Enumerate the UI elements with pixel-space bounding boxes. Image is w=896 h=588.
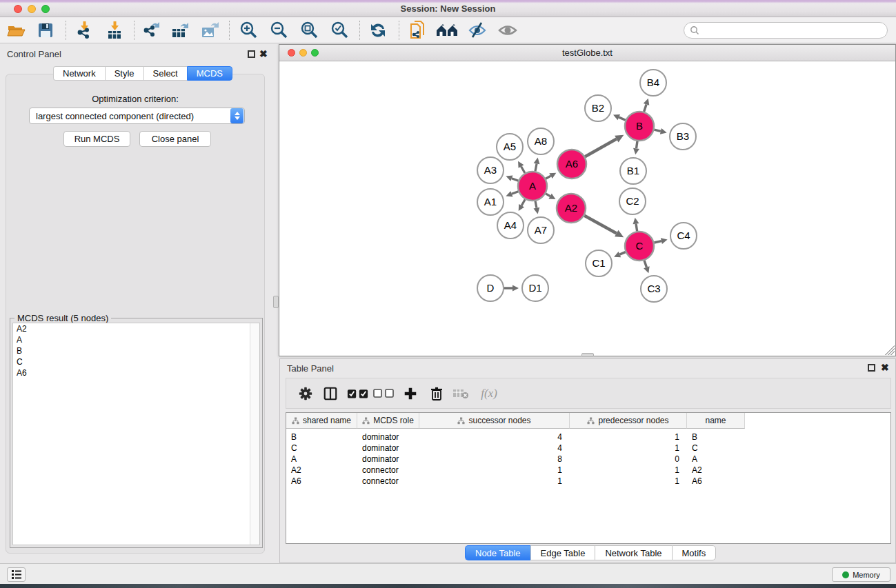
edge-A-A6[interactable] (546, 176, 550, 179)
tab-node-table[interactable]: Node Table (465, 545, 530, 560)
open-file-icon[interactable] (4, 20, 29, 41)
edge-A2-C[interactable] (584, 216, 617, 234)
mcds-result-scrollbar[interactable] (250, 323, 259, 545)
cell-mcds-role: dominator (357, 432, 419, 442)
edge-A-A7[interactable] (535, 201, 537, 208)
edge-C-C3[interactable] (644, 261, 646, 267)
zoom-fit-icon[interactable] (297, 20, 322, 41)
select-all-checks-icon[interactable] (347, 383, 369, 404)
edge-B-B2[interactable] (619, 117, 626, 120)
delete-column-trash-icon[interactable] (426, 383, 448, 404)
control-panel-float-icon[interactable] (248, 50, 255, 58)
cell-mcds-role: connector (357, 476, 419, 486)
table-row[interactable]: A dominator 8 0 A (286, 454, 890, 465)
tab-style[interactable]: Style (105, 66, 143, 81)
import-network-icon[interactable] (72, 20, 97, 41)
network-window-titlebar: testGlobe.txt (279, 45, 895, 61)
zoom-in-icon[interactable] (237, 20, 261, 41)
export-image-icon[interactable] (197, 20, 222, 41)
graph-node-label: A3 (484, 164, 497, 176)
control-panel-tabs: Network Style Select MCDS (53, 66, 232, 81)
edge-C-C2[interactable] (636, 224, 637, 232)
edge-A-A2[interactable] (546, 194, 550, 196)
column-header-successor-nodes[interactable]: successor nodes (419, 413, 570, 429)
network-canvas[interactable]: B4B2BB3A5A8A6A3B1AA1C2A2A4A7CC4C1C3DD1 (279, 61, 895, 356)
optimization-criterion-select[interactable]: largest connected component (directed) (29, 108, 245, 124)
edge-B-B4[interactable] (644, 104, 646, 112)
tab-network[interactable]: Network (53, 66, 105, 81)
first-neighbors-icon[interactable] (435, 20, 459, 41)
graph-node-label: B4 (647, 77, 659, 88)
save-session-icon[interactable] (33, 20, 58, 41)
graphics-details-toggle-icon[interactable] (465, 20, 490, 41)
table-row[interactable]: A2 connector 1 1 A2 (286, 465, 890, 476)
node-table-header: shared name MCDS role successor nodes pr… (286, 413, 890, 429)
column-label: shared name (303, 416, 351, 425)
column-layout-icon[interactable] (319, 383, 341, 404)
show-hide-eye-icon[interactable] (495, 20, 520, 41)
function-builder-icon[interactable]: f(x) (474, 383, 504, 404)
column-label: MCDS role (373, 416, 414, 425)
zoom-out-icon[interactable] (267, 20, 292, 41)
edge-A-A8[interactable] (535, 163, 537, 171)
tab-mcds[interactable]: MCDS (187, 66, 232, 81)
optimization-criterion-label: Optimization criterion: (6, 94, 265, 104)
delete-table-icon[interactable] (450, 383, 472, 404)
search-input[interactable] (699, 26, 887, 35)
unselect-all-checks-icon[interactable] (373, 383, 395, 404)
import-table-icon[interactable] (102, 20, 127, 41)
tab-network-table[interactable]: Network Table (595, 545, 671, 560)
control-panel-close-icon[interactable]: ✖ (259, 50, 268, 58)
export-network-icon[interactable] (139, 20, 163, 41)
mcds-result-list[interactable]: A2 A B C A6 (12, 323, 260, 545)
column-header-shared-name[interactable]: shared name (286, 413, 357, 429)
network-from-selection-icon[interactable] (406, 20, 430, 41)
edge-A-A3[interactable] (512, 179, 519, 181)
edge-A6-B[interactable] (585, 139, 617, 157)
edge-A-A4[interactable] (521, 199, 525, 205)
column-header-predecessor-nodes[interactable]: predecessor nodes (570, 413, 687, 429)
resize-grip-icon[interactable] (885, 345, 895, 355)
panel-divider-handle-vertical[interactable] (273, 296, 279, 308)
desktop-background-strip (0, 584, 896, 588)
column-header-mcds-role[interactable]: MCDS role (357, 413, 419, 429)
tab-select[interactable]: Select (143, 66, 187, 81)
graph-node-label: A6 (566, 158, 578, 170)
search-field[interactable] (684, 22, 888, 39)
export-table-icon[interactable] (168, 20, 192, 41)
task-history-button[interactable] (7, 567, 26, 582)
table-row[interactable]: C dominator 4 1 C (286, 443, 890, 454)
table-row[interactable]: A6 connector 1 1 A6 (286, 476, 890, 487)
edge-B-B1[interactable] (637, 141, 637, 149)
edge-A-A1[interactable] (512, 192, 519, 194)
cell-mcds-role: dominator (357, 443, 419, 453)
zoom-selected-icon[interactable] (328, 20, 352, 41)
edge-B-B3[interactable] (654, 130, 660, 131)
panel-divider-handle-horizontal[interactable] (581, 353, 594, 357)
apply-layout-icon[interactable] (366, 20, 390, 41)
arrowhead-icon (661, 238, 668, 244)
table-panel-close-icon[interactable]: ✖ (881, 364, 889, 372)
memory-label: Memory (853, 571, 880, 579)
cell-predecessor-nodes: 1 (570, 476, 687, 486)
tab-motifs[interactable]: Motifs (672, 545, 717, 560)
node-table: shared name MCDS role successor nodes pr… (286, 412, 891, 544)
column-header-name[interactable]: name (687, 413, 745, 429)
settings-gear-icon[interactable] (295, 383, 317, 404)
cell-successor-nodes: 4 (419, 443, 570, 453)
close-panel-button[interactable]: Close panel (139, 131, 211, 147)
arrowhead-icon (644, 99, 650, 105)
table-row[interactable]: B dominator 4 1 B (286, 432, 890, 443)
table-panel-float-icon[interactable] (868, 364, 875, 372)
add-column-icon[interactable] (399, 383, 421, 404)
edge-A-A5[interactable] (521, 167, 525, 173)
tab-edge-table[interactable]: Edge Table (530, 545, 595, 560)
column-type-icon (457, 417, 465, 425)
run-mcds-button[interactable]: Run MCDS (63, 131, 130, 147)
edge-C-C4[interactable] (654, 241, 661, 243)
list-icon (12, 570, 21, 579)
memory-button[interactable]: Memory (832, 567, 890, 582)
edge-C-C1[interactable] (619, 252, 625, 255)
cell-name: B (687, 432, 745, 442)
cell-shared-name: B (286, 432, 357, 442)
